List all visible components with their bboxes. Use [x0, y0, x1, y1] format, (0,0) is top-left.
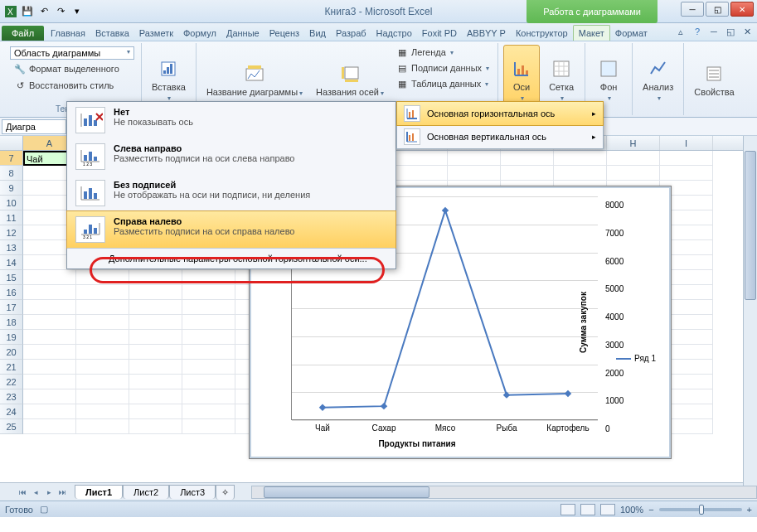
vertical-scrollbar[interactable] — [743, 136, 757, 497]
chart-tools-contextual: Работа с диаграммами — [527, 0, 658, 23]
submenu-h-axis[interactable]: Основная горизонтальная ось ▸ — [396, 101, 604, 126]
tab-review[interactable]: Реценз — [264, 26, 304, 41]
svg-rect-43 — [89, 152, 92, 161]
submenu-v-axis[interactable]: Основная вертикальная ось ▸ — [397, 125, 603, 148]
qat-more-icon[interactable]: ▾ — [70, 4, 85, 19]
sheet-nav-first[interactable]: ⏮ — [17, 486, 28, 498]
option-none[interactable]: НетНе показывать ось — [67, 102, 395, 138]
row-header[interactable]: 16 — [0, 285, 23, 300]
col-header[interactable]: H — [607, 136, 660, 150]
sheet-tab[interactable]: Лист2 — [123, 485, 169, 499]
excel-icon[interactable]: X — [3, 4, 18, 19]
sheet-nav-next[interactable]: ▸ — [43, 486, 55, 498]
legend-button[interactable]: ▦Легенда▾ — [392, 45, 493, 60]
svg-rect-61 — [565, 390, 571, 397]
row-header[interactable]: 12 — [0, 225, 23, 240]
ribbon-minimize-icon[interactable]: ▵ — [674, 25, 687, 38]
tab-data[interactable]: Данные — [221, 26, 264, 41]
tab-file[interactable]: Файл — [2, 26, 44, 41]
tab-foxit[interactable]: Foxit PD — [417, 26, 462, 41]
zoom-in-button[interactable]: + — [747, 505, 752, 515]
reset-style-button[interactable]: ↺Восстановить стиль — [10, 78, 134, 93]
tab-layout[interactable]: Разметк — [134, 26, 178, 41]
legend-marker — [616, 358, 631, 360]
tab-addins[interactable]: Надстро — [371, 26, 417, 41]
option-ltr[interactable]: 1 2 3 Слева направоРазместить подписи на… — [67, 138, 395, 175]
row-header[interactable]: 17 — [0, 300, 23, 315]
new-sheet-button[interactable]: ✧ — [216, 485, 235, 500]
vscroll-thumb[interactable] — [745, 151, 756, 300]
zoom-level[interactable]: 100% — [620, 505, 643, 515]
row-header[interactable]: 11 — [0, 210, 23, 225]
row-header[interactable]: 9 — [0, 181, 23, 196]
row-header[interactable]: 22 — [0, 375, 23, 389]
zoom-slider[interactable] — [659, 508, 742, 511]
tab-chart-format[interactable]: Формат — [610, 26, 653, 41]
hscroll-thumb[interactable] — [264, 486, 429, 498]
axis-titles-icon — [337, 60, 363, 87]
analysis-button[interactable]: Анализ▾ — [638, 45, 678, 114]
row-header[interactable]: 19 — [0, 330, 23, 345]
view-page-break-button[interactable] — [600, 504, 615, 515]
restore-button[interactable]: ◱ — [706, 2, 729, 17]
row-header[interactable]: 8 — [0, 166, 23, 181]
data-table-button[interactable]: ▦Таблица данных▾ — [392, 76, 493, 91]
tab-insert[interactable]: Вставка — [90, 26, 134, 41]
minimize-button[interactable]: ─ — [681, 2, 704, 17]
help-icon[interactable]: ? — [691, 25, 704, 38]
sheet-tab[interactable]: Лист1 — [75, 485, 123, 499]
sheet-nav-prev[interactable]: ◂ — [30, 486, 41, 498]
sheet-nav-last[interactable]: ⏭ — [56, 486, 68, 498]
view-normal-button[interactable] — [560, 504, 575, 515]
name-box[interactable]: Диагра — [2, 119, 66, 134]
option-more[interactable]: Дополнительные параметры основной горизо… — [67, 248, 395, 268]
tab-abbyy[interactable]: ABBYY P — [462, 26, 511, 41]
zoom-thumb[interactable] — [699, 505, 704, 515]
undo-icon[interactable]: ↶ — [36, 4, 51, 19]
redo-icon[interactable]: ↷ — [53, 4, 68, 19]
svg-rect-3 — [163, 70, 166, 74]
row-header[interactable]: 25 — [0, 419, 23, 434]
tab-home[interactable]: Главная — [46, 26, 90, 41]
doc-minimize-icon[interactable]: ─ — [707, 25, 721, 38]
row-header[interactable]: 7 — [0, 151, 23, 166]
row-header[interactable]: 20 — [0, 345, 23, 360]
chart-legend[interactable]: Ряд 1 — [616, 354, 656, 363]
view-page-layout-button[interactable] — [580, 504, 595, 515]
row-header[interactable]: 10 — [0, 196, 23, 210]
row-header[interactable]: 21 — [0, 360, 23, 375]
tab-chart-layout[interactable]: Макет — [573, 25, 610, 41]
tab-dev[interactable]: Разраб — [331, 26, 371, 41]
close-button[interactable]: ✕ — [730, 2, 754, 17]
svg-rect-8 — [345, 67, 358, 79]
row-header[interactable]: 14 — [0, 255, 23, 270]
sheet-tab[interactable]: Лист3 — [169, 485, 216, 499]
zoom-out-button[interactable]: − — [648, 505, 653, 515]
doc-restore-icon[interactable]: ◱ — [724, 25, 737, 38]
tab-formulas[interactable]: Формул — [178, 26, 221, 41]
horizontal-scrollbar[interactable] — [251, 486, 757, 499]
select-all-corner[interactable] — [0, 136, 23, 150]
h-axis-icon — [404, 105, 420, 122]
option-nolabels[interactable]: Без подписейНе отображать на оси ни подп… — [67, 175, 395, 211]
col-header[interactable]: I — [660, 136, 713, 150]
option-rtl[interactable]: 3 2 1 Справа налевоРазместить подписи на… — [66, 210, 396, 249]
chart-element-selector[interactable]: Область диаграммы▾ — [10, 46, 134, 60]
svg-rect-14 — [522, 65, 524, 75]
properties-button[interactable]: Свойства — [689, 45, 739, 114]
data-labels-button[interactable]: ▤Подписи данных▾ — [392, 60, 493, 75]
row-header[interactable]: 15 — [0, 270, 23, 285]
row-header[interactable]: 23 — [0, 389, 23, 404]
save-icon[interactable]: 💾 — [20, 4, 35, 19]
svg-text:3 2 1: 3 2 1 — [83, 235, 92, 239]
row-header[interactable]: 18 — [0, 315, 23, 330]
format-selection-button[interactable]: 🔧Формат выделенного — [10, 61, 134, 76]
svg-rect-9 — [342, 67, 344, 79]
row-header[interactable]: 24 — [0, 404, 23, 419]
svg-rect-53 — [84, 230, 87, 234]
tab-view[interactable]: Вид — [304, 26, 331, 41]
tab-chart-design[interactable]: Конструктор — [511, 26, 573, 41]
doc-close-icon[interactable]: ✕ — [740, 25, 754, 38]
macro-icon[interactable]: ▢ — [40, 504, 48, 515]
row-header[interactable]: 13 — [0, 240, 23, 255]
